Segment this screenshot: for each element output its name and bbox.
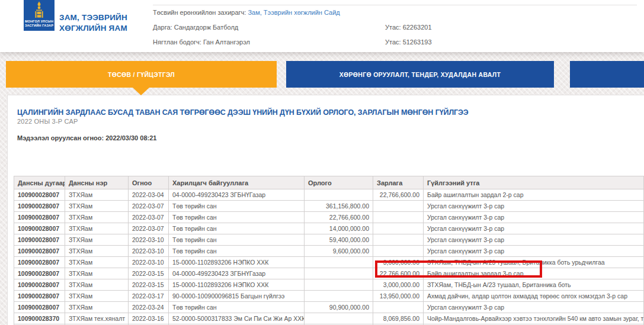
table-row: 100900028007ЗТХЯам2022-03-07Төв төрийн с… xyxy=(14,223,644,234)
cell-expense: 8,069,856.00 xyxy=(373,313,424,324)
cell-income: 361,156,800.00 xyxy=(305,201,373,212)
ministry-name: ЗАМ, ТЭЭВРИЙН ХӨГЖЛИЙН ЯАМ xyxy=(59,12,127,33)
cell-date: 2022-03-10 xyxy=(129,234,169,246)
cell-date: 2022-03-07 xyxy=(129,223,169,234)
government-logo[interactable]: МОНГОЛ УЛСЫН ЗАСГИЙН ГАЗАР xyxy=(24,0,55,31)
tab-budget-label: ТӨСӨВ / ГҮЙЦЭТГЭЛ xyxy=(108,71,175,78)
table-header-row: Дансны дугаарДансны нэрОгнооХарилцагч ба… xyxy=(14,176,644,189)
cell-name: ЗТХЯам xyxy=(65,268,129,279)
cell-desc: Урсгал санхүүжилт 3-р сар xyxy=(424,234,644,246)
cell-date: 2022-03-15 xyxy=(129,279,169,291)
cell-acct: 100900028007 xyxy=(14,223,65,234)
cell-income xyxy=(305,291,373,302)
director-label: Дарга: Сандагдорж Батболд xyxy=(153,24,238,31)
table-row: 100900028007ЗТХЯам2022-03-1515-0000-1102… xyxy=(14,279,644,291)
cell-desc: Байр ашиглалтын зардал 2-р сар xyxy=(424,189,644,201)
cell-name: ЗТХЯам xyxy=(65,223,129,234)
chief-label: Төсвийн ерөнхийлөн захирагч: xyxy=(153,9,248,16)
cell-desc: Байр ашиглалтын зардал 3-р сар xyxy=(424,268,644,279)
cell-partner: Төв төрийн сан xyxy=(169,201,305,212)
cell-expense xyxy=(373,201,424,212)
cell-date: 2022-03-07 xyxy=(129,212,169,223)
cell-desc: Урсгал санхүүжилт 3-р сар xyxy=(424,246,644,257)
cell-acct: 100900028007 xyxy=(14,279,65,291)
cell-expense xyxy=(373,302,424,313)
cell-acct: 100900028007 xyxy=(14,234,65,246)
official-row-chief: Төсвийн ерөнхийлөн захирагч: Зам, Тээври… xyxy=(153,5,637,20)
cell-income: 9,600,000.00 xyxy=(305,246,373,257)
cell-date: 2022-03-24 xyxy=(129,302,169,313)
cell-income xyxy=(305,268,373,279)
cell-name: ЗТХЯам тех.хяналт xyxy=(65,313,129,324)
cell-date: 2022-03-04 xyxy=(129,189,169,201)
table-row: 100900028370ЗТХЯам тех.хяналт2022-03-165… xyxy=(14,313,644,324)
cell-acct: 100900028007 xyxy=(14,246,65,257)
accountant-phone: Утас: 51263193 xyxy=(385,35,432,50)
tab-investment-tender[interactable]: ХӨРӨНГӨ ОРУУЛАЛТ, ТЕНДЕР, ХУДАЛДАН АВАЛТ xyxy=(286,61,554,88)
page: { "brand": { "gov_line1": "МОНГОЛ УЛСЫН"… xyxy=(0,0,644,325)
official-row-director: Дарга: Сандагдорж Батболд Утас: 62263201 xyxy=(153,20,637,35)
table-row: 100900028007ЗТХЯам2022-03-10Төв төрийн с… xyxy=(14,234,644,246)
cell-desc: Урсгал санхүүжилт 3-р сар xyxy=(424,302,644,313)
table-row: 100900028007ЗТХЯам2022-03-1790-0000-1009… xyxy=(14,291,644,302)
cell-date: 2022-03-17 xyxy=(129,291,169,302)
column-header: Дансны дугаар xyxy=(14,176,65,189)
column-header: Зарлага xyxy=(373,176,424,189)
table-row: 100900028007ЗТХЯам2022-03-10Төв төрийн с… xyxy=(14,246,644,257)
cell-date: 2022-03-15 xyxy=(129,268,169,279)
cell-acct: 100900028007 xyxy=(14,189,65,201)
table-header: Дансны дугаарДансны нэрОгнооХарилцагч ба… xyxy=(14,176,644,189)
cell-desc: Чойр-Мандалговь-Арвайхээр хэвтээ тэнхлэг… xyxy=(424,313,644,324)
cell-acct: 100900028007 xyxy=(14,302,65,313)
cell-partner: 04-0000-499230423 ЗГБНҮГазар xyxy=(169,189,305,201)
content-panel: ЦАЛИНГИЙН ЗАРДЛААС БУСАД ТАВАН САЯ ТӨГРӨ… xyxy=(7,95,644,325)
tab-investment-label: ХӨРӨНГӨ ОРУУЛАЛТ, ТЕНДЕР, ХУДАЛДАН АВАЛТ xyxy=(339,71,501,78)
transactions-table: Дансны дугаарДансны нэрОгнооХарилцагч ба… xyxy=(14,176,644,325)
cell-expense: 3,000,000.00 xyxy=(373,257,424,268)
cell-name: ЗТХЯам xyxy=(65,234,129,246)
table-row: 100900028007ЗТХЯам2022-03-07Төв төрийн с… xyxy=(14,201,644,212)
cell-date: 2022-03-10 xyxy=(129,246,169,257)
cell-name: ЗТХЯам xyxy=(65,257,129,268)
top-header: МОНГОЛ УЛСЫН ЗАСГИЙН ГАЗАР ЗАМ, ТЭЭВРИЙН… xyxy=(0,0,644,52)
cell-expense: 3,000,000.00 xyxy=(373,279,424,291)
cell-name: ЗТХЯам xyxy=(65,212,129,223)
cell-partner: 90-0000-100900096815 Багцын гүйлгээ xyxy=(169,291,305,302)
cell-expense: 22,766,600.00 xyxy=(373,268,424,279)
minister-link[interactable]: Зам, Тээврийн хөгжлийн Сайд xyxy=(248,9,339,16)
column-header: Дансны нэр xyxy=(65,176,129,189)
column-header: Огноо xyxy=(129,176,169,189)
transactions-table-wrap: Дансны дугаарДансны нэрОгнооХарилцагч ба… xyxy=(14,176,643,325)
table-row: 100900028007ЗТХЯам2022-03-07Төв төрийн с… xyxy=(14,212,644,223)
tab-budget-execution[interactable]: ТӨСӨВ / ГҮЙЦЭТГЭЛ xyxy=(6,61,277,88)
column-header: Гүйлгээний утга xyxy=(424,176,644,189)
cell-income xyxy=(305,189,373,201)
cell-acct: 100900028007 xyxy=(14,291,65,302)
page-subtitle: 2022 ОНЫ 3-Р САР xyxy=(17,118,78,125)
accountant-label: Нягтлан бодогч: Ган Алтангэрэл xyxy=(153,38,250,46)
cell-partner: Төв төрийн сан xyxy=(169,302,305,313)
official-row-accountant: Нягтлан бодогч: Ган Алтангэрэл Утас: 512… xyxy=(153,35,637,50)
cell-acct: 100900028007 xyxy=(14,201,65,212)
cell-desc: Урсгал санхүүжилт 3-р сар xyxy=(424,223,644,234)
cell-expense xyxy=(373,212,424,223)
cell-desc: ЗТХЯам, ТНБД-ын А/23 тушаал, Британикка … xyxy=(424,257,644,268)
cell-partner: Төв төрийн сан xyxy=(169,212,305,223)
cell-acct: 100900028007 xyxy=(14,268,65,279)
cell-acct: 100900028370 xyxy=(14,313,65,324)
tab-third-partial[interactable] xyxy=(570,61,644,88)
cell-date: 2022-03-16 xyxy=(129,313,169,324)
cell-expense: 22,766,600.00 xyxy=(373,189,424,201)
cell-income: 14,000,000.00 xyxy=(305,223,373,234)
officials-block: Төсвийн ерөнхийлөн захирагч: Зам, Тээври… xyxy=(153,5,637,50)
cell-acct: 100900028007 xyxy=(14,257,65,268)
cell-partner: 15-0000-1102893206 НЭПКО ХХК xyxy=(169,279,305,291)
cell-income: 22,766,600.00 xyxy=(305,212,373,223)
cell-expense xyxy=(373,234,424,246)
cell-partner: 52-0000-5000317833 Эм Си Пи Си Жи Ар ХХК xyxy=(169,313,305,324)
cell-income: 90,900,000.00 xyxy=(305,302,373,313)
cell-expense xyxy=(373,246,424,257)
table-row: 100900028007ЗТХЯам2022-03-24Төв төрийн с… xyxy=(14,302,644,313)
cell-expense xyxy=(373,223,424,234)
table-body: 100900028007ЗТХЯам2022-03-0404-0000-4992… xyxy=(14,189,644,325)
